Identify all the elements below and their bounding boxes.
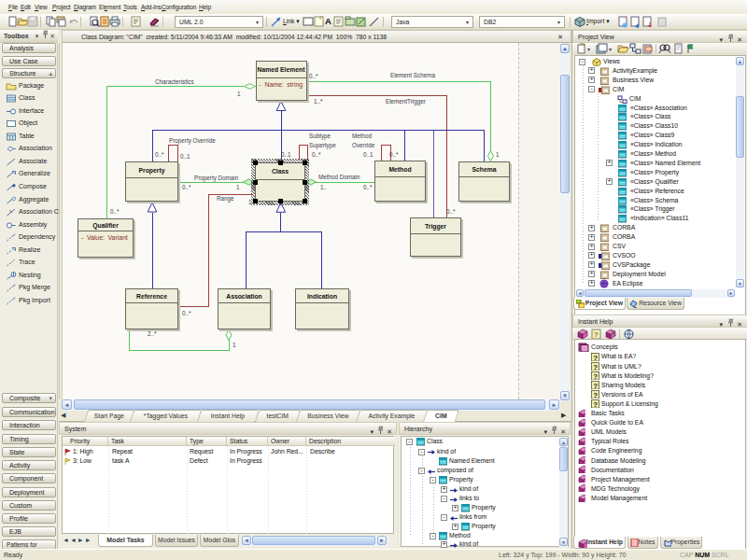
svg-text:?: ? [594,330,599,339]
